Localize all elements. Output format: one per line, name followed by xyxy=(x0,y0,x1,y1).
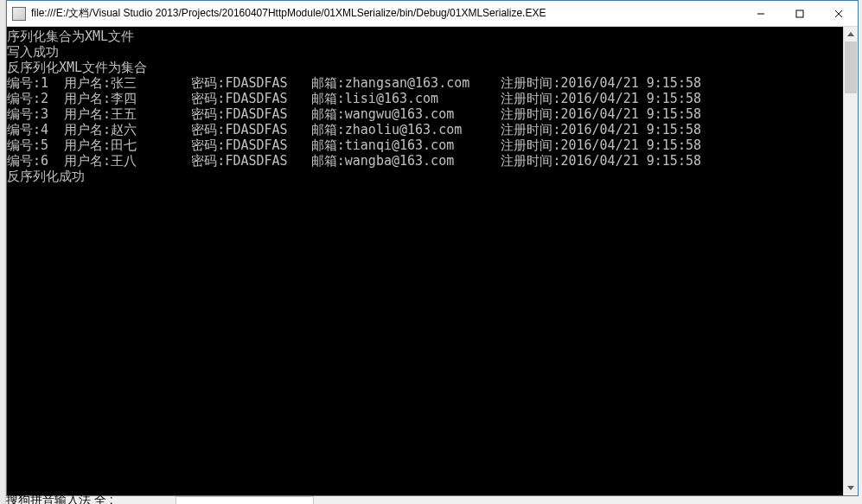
window-title: file:///E:/文档/Visual Studio 2013/Project… xyxy=(31,6,546,21)
svg-rect-1 xyxy=(796,10,803,17)
console-line: 写入成功 xyxy=(7,44,843,60)
console-area: 序列化集合为XML文件写入成功反序列化XML文件为集合编号:1 用户名:张三 密… xyxy=(7,27,858,495)
titlebar: file:///E:/文档/Visual Studio 2013/Project… xyxy=(7,1,858,27)
svg-marker-5 xyxy=(847,486,854,490)
console-line: 编号:1 用户名:张三 密码:FDASDFAS 邮箱:zhangsan@163.… xyxy=(7,75,843,91)
background-editor-strip xyxy=(0,0,6,504)
svg-marker-4 xyxy=(847,32,854,36)
console-line: 序列化集合为XML文件 xyxy=(7,29,843,44)
console-line: 反序列化成功 xyxy=(7,169,843,184)
minimize-button[interactable] xyxy=(741,1,780,26)
console-line: 编号:2 用户名:李四 密码:FDASDFAS 邮箱:lisi@163.com … xyxy=(7,91,843,106)
close-button[interactable] xyxy=(819,1,858,26)
maximize-button[interactable] xyxy=(780,1,819,26)
console-line: 编号:6 用户名:王八 密码:FDASDFAS 邮箱:wangba@163.co… xyxy=(7,153,843,169)
console-line: 编号:5 用户名:田七 密码:FDASDFAS 邮箱:tianqi@163.co… xyxy=(7,137,843,153)
console-window: file:///E:/文档/Visual Studio 2013/Project… xyxy=(6,0,859,496)
console-line: 编号:4 用户名:赵六 密码:FDASDFAS 邮箱:zhaoliu@163.c… xyxy=(7,122,843,137)
ime-candidate-fragment xyxy=(176,496,314,504)
window-controls xyxy=(741,1,858,26)
scroll-up-button[interactable] xyxy=(844,27,858,41)
scroll-thumb[interactable] xyxy=(845,41,857,93)
ime-text: 搜狗拼音输入法 全 : xyxy=(6,496,113,504)
titlebar-left: file:///E:/文档/Visual Studio 2013/Project… xyxy=(7,6,546,21)
console-line: 编号:3 用户名:王五 密码:FDASDFAS 邮箱:wangwu@163.co… xyxy=(7,106,843,122)
scroll-down-button[interactable] xyxy=(844,481,858,495)
console-line: 反序列化XML文件为集合 xyxy=(7,60,843,75)
vertical-scrollbar[interactable] xyxy=(843,27,858,495)
app-icon xyxy=(12,7,26,21)
console-output: 序列化集合为XML文件写入成功反序列化XML文件为集合编号:1 用户名:张三 密… xyxy=(7,27,843,495)
ime-status-bar: 搜狗拼音输入法 全 : xyxy=(6,496,113,504)
